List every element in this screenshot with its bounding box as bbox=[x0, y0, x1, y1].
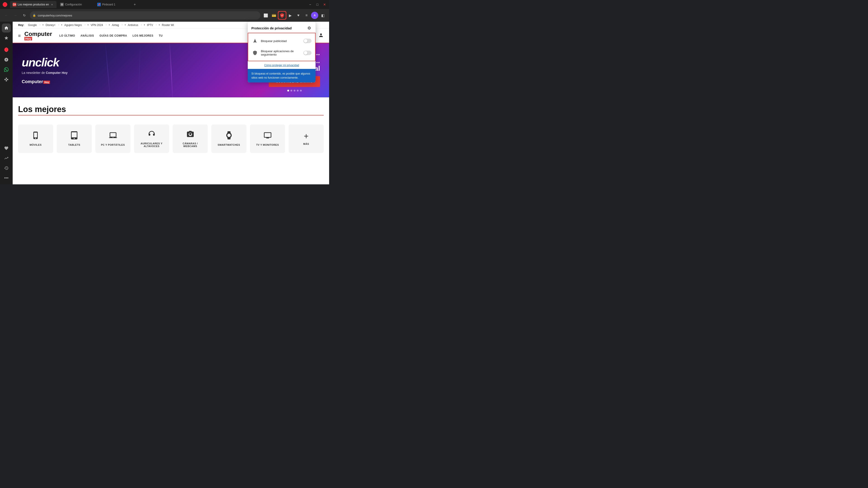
topbar-link-agujero[interactable]: Agujero Negro bbox=[64, 24, 86, 27]
games-icon bbox=[4, 77, 8, 82]
topbar-links: Google • Disney+ • Agujero Negro • VPN 2… bbox=[27, 24, 175, 27]
messenger-icon bbox=[4, 57, 8, 62]
sidebar-item-favorites[interactable] bbox=[2, 144, 11, 153]
moviles-icon bbox=[32, 131, 40, 141]
sidebar-toggle-button[interactable]: ◧ bbox=[319, 12, 327, 19]
privacy-link-row: Cómo proteger mi privacidad bbox=[248, 61, 315, 69]
browser-chrome: CH Los mejores productos en ✕ ⚙ Configur… bbox=[0, 0, 329, 22]
hero-dot-1[interactable] bbox=[287, 90, 289, 92]
sidebar-item-messenger[interactable] bbox=[2, 55, 11, 64]
block-ads-toggle[interactable] bbox=[303, 39, 311, 43]
sidebar-item-whatsapp[interactable] bbox=[2, 65, 11, 74]
sidebar-item-games[interactable] bbox=[2, 75, 11, 84]
hero-subtitle-prefix: La newsletter de bbox=[22, 71, 46, 74]
block-trackers-toggle[interactable] bbox=[303, 51, 311, 55]
topbar-link-iptv[interactable]: IPTV bbox=[147, 24, 157, 27]
block-ads-icon bbox=[252, 38, 258, 44]
privacy-options: Bloquear publicidad Bloquear aplicacione… bbox=[248, 33, 315, 61]
sidebar-item-more[interactable]: ••• bbox=[2, 173, 11, 183]
hamburger-button[interactable]: ≡ bbox=[18, 33, 21, 38]
close-button[interactable]: ✕ bbox=[322, 2, 327, 7]
new-tab-button[interactable]: + bbox=[131, 1, 138, 8]
nav-link-lo-ultimo[interactable]: LO ÚLTIMO bbox=[59, 34, 75, 37]
hero-dot-3[interactable] bbox=[293, 90, 296, 92]
toolbar-right: ⬜ 💳 ▶ ♥ ≡ A ◧ bbox=[262, 12, 327, 19]
tab-computerhoy[interactable]: CH Los mejores productos en ✕ bbox=[10, 1, 57, 8]
hero-left: unclick La newsletter de Computer Hoy Co… bbox=[13, 49, 76, 92]
wallet-button[interactable]: 💳 bbox=[270, 12, 278, 19]
tab-pinboard[interactable]: 📌 Pinboard 1 bbox=[94, 1, 131, 8]
privacy-panel: Protección de privacidad Bloquear public… bbox=[248, 22, 315, 83]
whatsapp-icon bbox=[4, 67, 8, 72]
forward-button[interactable]: → bbox=[12, 12, 19, 19]
lock-icon: 🔒 bbox=[33, 14, 36, 17]
sidebar-item-opera[interactable] bbox=[2, 45, 11, 54]
svg-point-1 bbox=[4, 2, 6, 7]
nav-link-mejores[interactable]: LOS MEJORES bbox=[132, 34, 153, 37]
sidebar-item-history[interactable] bbox=[2, 164, 11, 173]
topbar-link-antivirus[interactable]: Antivirus bbox=[128, 24, 142, 27]
hero-subtitle: La newsletter de Computer Hoy bbox=[22, 71, 68, 74]
heart-button[interactable]: ♥ bbox=[295, 12, 302, 19]
category-card-pc[interactable]: PC Y PORTÁTILES bbox=[95, 125, 130, 153]
sidebar-item-bookmarks[interactable] bbox=[2, 33, 11, 42]
category-card-smartwatches[interactable]: SMARTWATCHES bbox=[211, 125, 246, 153]
avatar-button[interactable]: A bbox=[311, 12, 318, 19]
category-card-moviles[interactable]: MÓVILES bbox=[18, 125, 53, 153]
tab-configuracion[interactable]: ⚙ Configuración bbox=[57, 1, 94, 8]
maximize-button[interactable]: □ bbox=[315, 2, 320, 7]
minimize-button[interactable]: − bbox=[307, 2, 313, 7]
stats-icon bbox=[4, 156, 8, 160]
mas-label: MÁS bbox=[303, 142, 309, 145]
extensions-button[interactable]: ⬜ bbox=[262, 12, 270, 19]
address-input[interactable]: 🔒 computerhoy.com/mejores bbox=[30, 11, 260, 20]
nav-link-analisis[interactable]: ANÁLISIS bbox=[81, 34, 94, 37]
logo-hoy: Hoy bbox=[24, 37, 32, 40]
nav-link-tu[interactable]: TU bbox=[159, 34, 162, 37]
auriculares-label: AURICULARES Y ALTAVOCES bbox=[138, 142, 165, 148]
topbar-link-vpn[interactable]: VPN 2024 bbox=[91, 24, 107, 27]
hero-dot-4[interactable] bbox=[297, 90, 299, 92]
menu-button[interactable]: ≡ bbox=[303, 12, 310, 19]
mas-icon: + bbox=[304, 132, 309, 140]
reload-button[interactable]: ↻ bbox=[21, 12, 28, 19]
privacy-option-ads: Bloquear publicidad bbox=[248, 35, 315, 47]
privacy-option-trackers: Bloquear aplicaciones de seguimiento bbox=[248, 47, 315, 59]
sidebar-item-home[interactable] bbox=[2, 24, 11, 33]
more-dots-icon: ••• bbox=[4, 176, 8, 181]
address-bar: ← → ↻ 🔒 computerhoy.com/mejores ⬜ 💳 ▶ ♥ … bbox=[0, 9, 329, 22]
opera-sidebar-icon bbox=[4, 47, 9, 52]
logo-computer: Computer bbox=[24, 31, 52, 37]
privacy-settings-button[interactable] bbox=[307, 25, 312, 31]
topbar-link-router[interactable]: Router Wi bbox=[162, 24, 174, 27]
category-card-auriculares[interactable]: AURICULARES Y ALTAVOCES bbox=[134, 125, 169, 153]
tab-close-1[interactable]: ✕ bbox=[50, 3, 54, 6]
category-grid: MÓVILES TABLETS PC Y PORTÁTILES bbox=[13, 125, 329, 158]
back-button[interactable]: ← bbox=[3, 12, 10, 19]
privacy-protection-link[interactable]: Cómo proteger mi privacidad bbox=[264, 64, 299, 67]
category-card-tablets[interactable]: TABLETS bbox=[57, 125, 92, 153]
tab-title-3: Pinboard 1 bbox=[102, 3, 115, 6]
auriculares-icon bbox=[148, 130, 156, 140]
topbar-link-disney[interactable]: Disney+ bbox=[46, 24, 59, 27]
block-trackers-icon bbox=[252, 50, 258, 56]
category-card-mas[interactable]: + MÁS bbox=[289, 125, 324, 153]
category-card-tv[interactable]: TV Y MONITORES bbox=[250, 125, 285, 153]
hero-dot-5[interactable] bbox=[300, 90, 302, 92]
user-icon[interactable] bbox=[318, 33, 324, 39]
svg-point-4 bbox=[5, 48, 7, 52]
sidebar-item-stats[interactable] bbox=[2, 154, 11, 163]
opera-logo[interactable] bbox=[2, 1, 8, 8]
topbar-link-airtag[interactable]: Airtag bbox=[112, 24, 123, 27]
history-icon bbox=[4, 166, 8, 170]
site-logo[interactable]: Computer Hoy bbox=[24, 31, 52, 40]
heart-sidebar-icon bbox=[4, 146, 8, 151]
main-section: Los mejores bbox=[13, 97, 329, 125]
hero-title: unclick bbox=[22, 57, 68, 68]
topbar-link-google[interactable]: Google bbox=[28, 24, 40, 27]
nav-link-guias[interactable]: GUÍAS DE COMPRA bbox=[99, 34, 127, 37]
flow-button[interactable]: ▶ bbox=[287, 12, 294, 19]
privacy-shield-button[interactable] bbox=[278, 12, 286, 19]
hero-dot-2[interactable] bbox=[290, 90, 292, 92]
category-card-camaras[interactable]: CÁMARAS / WEBCAMS bbox=[173, 125, 208, 153]
